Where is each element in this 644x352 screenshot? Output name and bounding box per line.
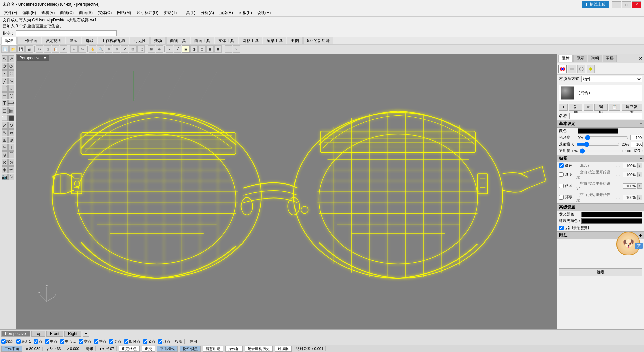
select-btn[interactable]: ↖: [2, 55, 8, 62]
mat-name-input[interactable]: [569, 113, 642, 119]
menu-solid[interactable]: 实体(O): [95, 9, 114, 16]
planar-mode[interactable]: 平面模式: [157, 346, 178, 352]
tab-display[interactable]: 显示: [66, 37, 81, 45]
snap-knot-check[interactable]: [143, 339, 147, 344]
point-tool[interactable]: •: [2, 70, 8, 77]
mat-edit-btn[interactable]: 编辑: [594, 104, 608, 111]
reflect-input[interactable]: [631, 142, 643, 147]
tb-redo[interactable]: ↪: [78, 45, 86, 53]
tb-line[interactable]: ╱: [174, 45, 181, 53]
minimize-button[interactable]: ─: [612, 1, 621, 8]
menu-render[interactable]: 渲染(R): [217, 9, 236, 16]
scale-tool[interactable]: ⤡: [2, 129, 8, 136]
advanced-settings-collapse[interactable]: −: [640, 205, 642, 209]
surface-tool[interactable]: ◻: [2, 107, 8, 114]
tb-zoomext[interactable]: ⤢: [121, 45, 128, 53]
tex-trans-pct[interactable]: [623, 172, 636, 177]
light-tool[interactable]: ☀: [8, 166, 14, 173]
rp-tab-layers[interactable]: 图层: [603, 55, 617, 62]
tex-bump-check[interactable]: [559, 184, 564, 188]
split-tool[interactable]: ⊥: [8, 144, 14, 151]
tb-save[interactable]: 💾: [17, 45, 25, 53]
menu-dim[interactable]: 尺寸标注(D): [134, 9, 161, 16]
workplane-mode[interactable]: 工作平面: [1, 346, 22, 352]
tab-visibility[interactable]: 可见性: [130, 37, 150, 45]
tex-bump-pct[interactable]: [623, 183, 636, 189]
mat-add-icon[interactable]: +: [559, 104, 568, 111]
rp-tab-properties[interactable]: 属性: [558, 55, 573, 62]
rect-tool[interactable]: ▭: [2, 92, 8, 99]
tab-setview[interactable]: 设定视图: [42, 37, 65, 45]
history-mode[interactable]: 记录建构历史: [245, 346, 273, 352]
tb-wire[interactable]: ◻: [198, 45, 206, 53]
join-tool[interactable]: ⊎: [2, 151, 8, 158]
move-tool[interactable]: ⤢: [2, 122, 8, 129]
tb-zoomin[interactable]: ⊕: [105, 45, 112, 53]
maximize-button[interactable]: □: [622, 1, 631, 8]
lock-grid-mode[interactable]: 锁定格点: [119, 346, 140, 352]
tex-env-pct[interactable]: [623, 195, 636, 200]
cmd-input[interactable]: [16, 30, 117, 36]
snap-vertex-check[interactable]: [158, 339, 162, 344]
circle-tool[interactable]: ○: [8, 85, 14, 92]
tex-color-pct[interactable]: [623, 163, 636, 168]
rotate-tool[interactable]: ↻: [8, 122, 14, 129]
tb-grid[interactable]: ⊞: [148, 45, 155, 53]
tb-snap[interactable]: ⊛: [156, 45, 163, 53]
tb-cut[interactable]: ✂: [36, 45, 43, 53]
tb-copy[interactable]: ⎘: [44, 45, 51, 53]
snap-center-check[interactable]: [60, 339, 64, 344]
menu-surface[interactable]: 曲面(S): [76, 9, 95, 16]
texture-map-header[interactable]: 贴图 −: [557, 155, 644, 162]
tab-solid-tools[interactable]: 实体工具: [215, 37, 238, 45]
tb-render-full[interactable]: ⬟: [214, 45, 222, 53]
snap-point-check[interactable]: [34, 339, 38, 344]
select-sub-btn[interactable]: ↗: [8, 55, 14, 62]
vp-tab-right[interactable]: Right: [64, 331, 81, 337]
boolean-tool[interactable]: ⊕: [8, 137, 14, 143]
notes-add-btn[interactable]: +: [639, 232, 642, 238]
mat-copy-icon[interactable]: 📋: [609, 104, 620, 111]
rp-texture-icon[interactable]: [568, 65, 576, 73]
mat-new-btn[interactable]: 新增: [569, 104, 582, 111]
basic-settings-collapse[interactable]: −: [640, 121, 642, 126]
rp-close-btn[interactable]: ✕: [639, 56, 643, 61]
tab-mesh-tools[interactable]: 网格工具: [239, 37, 262, 45]
menu-analysis[interactable]: 分析(A): [198, 9, 217, 16]
tab-workplane[interactable]: 工作平面: [17, 37, 41, 45]
close-button[interactable]: ✕: [632, 1, 641, 8]
dim-tool[interactable]: ⟺: [8, 100, 14, 106]
tb-paste[interactable]: 📋: [52, 45, 59, 53]
tb-shading[interactable]: ◑: [190, 45, 198, 53]
mat-create-copy-btn[interactable]: 建立复本: [622, 104, 642, 111]
tb-zoomout[interactable]: ⊖: [113, 45, 120, 53]
tb-zoom[interactable]: 🔍: [97, 45, 104, 53]
tb-zoomsel[interactable]: ⊡: [129, 45, 137, 53]
ortho-mode[interactable]: 正交: [142, 346, 155, 352]
camera-tool[interactable]: 📷: [2, 174, 8, 180]
gloss-input[interactable]: [630, 135, 642, 140]
tex-trans-check[interactable]: [559, 172, 564, 177]
snap-midpoint-check[interactable]: [45, 339, 49, 344]
tb-point[interactable]: •: [166, 45, 173, 53]
tb-help[interactable]: ?: [233, 45, 240, 53]
reflect-slider[interactable]: [576, 143, 620, 146]
line-tool[interactable]: ╱: [2, 78, 8, 84]
tb-more[interactable]: ⋯: [225, 45, 232, 53]
fillet-tool[interactable]: ⌒: [8, 151, 14, 158]
menu-view[interactable]: 查看(V): [39, 9, 57, 16]
confirm-btn[interactable]: 确定: [559, 268, 642, 276]
array-tool[interactable]: ⊞: [2, 137, 8, 143]
vp-tab-add-btn[interactable]: +: [83, 331, 89, 337]
tb-render-preview[interactable]: ▣: [182, 45, 190, 53]
rp-sun-icon[interactable]: [587, 65, 595, 73]
poly-tool[interactable]: ⬡: [8, 92, 14, 99]
tb-undo[interactable]: ↩: [70, 45, 78, 53]
surface2-tool[interactable]: ▨: [8, 107, 14, 114]
ambient-illum-check[interactable]: [559, 226, 564, 230]
tb-delete[interactable]: ✕: [60, 45, 67, 53]
rp-env-icon[interactable]: [577, 65, 585, 73]
tex-color-menu[interactable]: …: [615, 164, 621, 168]
upload-button[interactable]: ⬆ 抢线上传: [582, 1, 609, 8]
tab-new-features[interactable]: 5.0 的新功能: [303, 37, 333, 45]
